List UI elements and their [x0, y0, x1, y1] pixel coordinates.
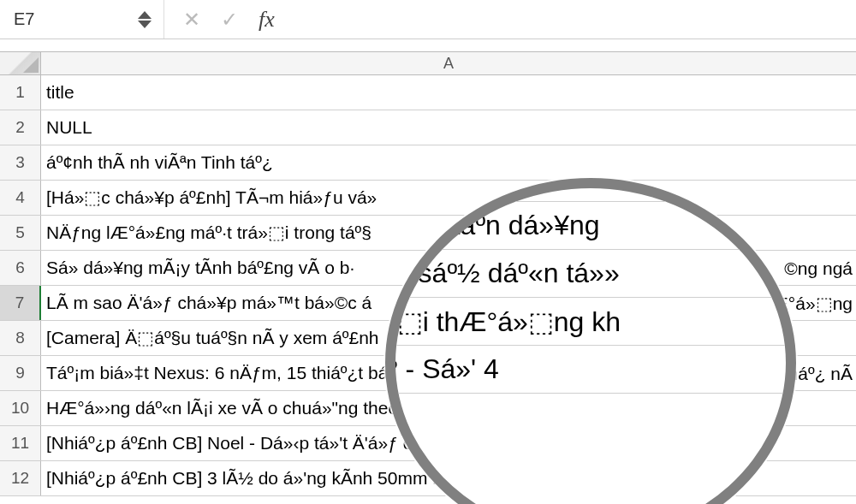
column-header-row: A — [0, 51, 856, 75]
row-header[interactable]: 10 — [0, 391, 41, 425]
row-header[interactable]: 1 — [0, 75, 41, 110]
formula-controls: ✕ ✓ fx — [164, 7, 294, 33]
cancel-icon[interactable]: ✕ — [183, 8, 200, 32]
magnifier-line: 'á»⬚i thÆ°á»⬚ng kh — [385, 298, 796, 346]
row-header[interactable]: 8 — [0, 321, 41, 355]
table-row: 3áº¢nh thÃ nh viÃªn Tinh táº¿ — [0, 145, 856, 181]
row-header[interactable]: 3 — [0, 145, 41, 180]
formula-bar: E7 ✕ ✓ fx — [0, 0, 856, 39]
row-header[interactable]: 9 — [0, 356, 41, 390]
column-header-a[interactable]: A — [41, 52, 856, 74]
row-header[interactable]: 6 — [0, 251, 41, 285]
cell-overflow: ©ng ngá — [784, 251, 853, 286]
magnifier-line: tá»'i sáº½ dáº«n tá»» — [385, 250, 796, 298]
table-row: 4[Há»⬚c chá»¥p áº£nh] TÃ¬m hiá»ƒu vá» — [0, 181, 856, 216]
row-header[interactable]: 11 — [0, 426, 41, 460]
cell[interactable]: [Há»⬚c chá»¥p áº£nh] TÃ¬m hiá»ƒu vá» — [41, 181, 856, 215]
cell[interactable]: title — [41, 75, 856, 110]
table-row: 2NULL — [0, 110, 856, 145]
name-box-text: E7 — [14, 9, 138, 29]
row-header[interactable]: 7 — [0, 286, 41, 320]
row-header[interactable]: 2 — [0, 110, 41, 145]
fx-icon[interactable]: fx — [259, 7, 275, 33]
cell[interactable]: NULL — [41, 110, 856, 145]
row-header[interactable]: 4 — [0, 181, 41, 215]
formula-input[interactable] — [294, 0, 851, 39]
select-all-corner[interactable] — [0, 52, 41, 74]
stepper-up-icon[interactable] — [138, 11, 152, 19]
spreadsheet-grid: A 1title2NULL3áº¢nh thÃ nh viÃªn Tinh tá… — [0, 51, 856, 496]
stepper-down-icon[interactable] — [138, 21, 152, 28]
table-row: 1title — [0, 75, 856, 110]
name-box[interactable]: E7 — [5, 0, 164, 39]
cell[interactable]: áº¢nh thÃ nh viÃªn Tinh táº¿ — [41, 145, 856, 180]
accept-icon[interactable]: ✓ — [221, 8, 238, 32]
row-header[interactable]: 5 — [0, 216, 41, 250]
name-box-stepper — [138, 11, 152, 28]
row-header[interactable]: 12 — [0, 461, 41, 495]
magnifier-line: ai? - Sá»' 4 — [385, 346, 796, 394]
